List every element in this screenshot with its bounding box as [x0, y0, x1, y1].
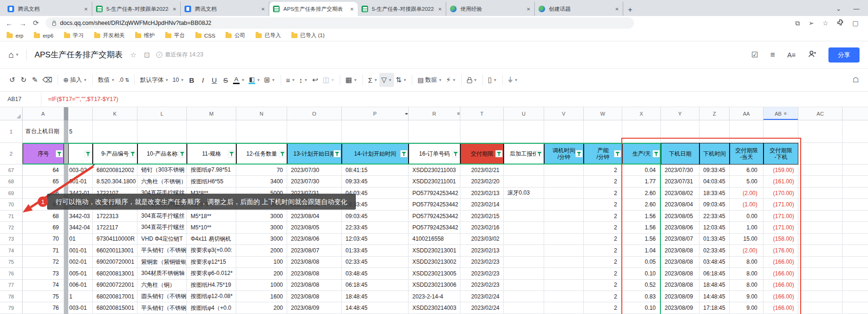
cell-O75[interactable]: 2023/08/08 [287, 257, 342, 268]
cell-L67[interactable]: 销钉（303不锈钢 [137, 165, 187, 176]
cell-R70[interactable]: PO577924253442 [409, 199, 460, 210]
cell-T1[interactable] [460, 120, 504, 143]
column-header-X[interactable]: X [622, 107, 661, 120]
cell-P76[interactable]: 03:48:45 [342, 268, 409, 279]
cell-AC69[interactable] [798, 188, 843, 199]
cell-Z72[interactable]: 12:03:45 [699, 222, 730, 233]
row-header-69[interactable]: 69 [0, 188, 23, 199]
number-format-button[interactable]: 数值▼ [96, 73, 117, 87]
cell-V73[interactable] [544, 234, 584, 245]
header-cell-W[interactable]: 产能 /分钟 [584, 143, 622, 165]
cell-A78[interactable]: 75 [23, 291, 64, 302]
cell-J73[interactable]: 01 [68, 234, 93, 245]
cell-AA1[interactable] [730, 120, 764, 143]
cell-AA70[interactable]: (1.00) [730, 199, 764, 210]
cell-Y68[interactable]: 2023/07/31 [661, 176, 699, 187]
cell-P79[interactable]: 14:48:45 [342, 302, 409, 314]
row-header-1[interactable]: 1 [0, 120, 23, 143]
cell-V70[interactable] [544, 199, 584, 210]
cell-W71[interactable]: 2 [584, 211, 622, 222]
header-cell-Z[interactable]: 下机时间 [699, 143, 730, 165]
automation-icon[interactable]: ⚡▼ [444, 73, 458, 87]
cell-AA73[interactable]: 15.00 [730, 234, 764, 245]
cell-Z73[interactable]: 01:33:45 [699, 234, 730, 245]
menu-icon[interactable]: ≡ [771, 50, 775, 60]
share-page-icon[interactable]: ➢ [808, 19, 814, 27]
cell-V67[interactable] [544, 165, 584, 176]
cell-Y76[interactable]: 2023/08/08 [661, 268, 699, 279]
cell-P73[interactable]: 12:03:45 [342, 234, 409, 245]
filter-button[interactable] [179, 150, 185, 157]
text-wrap-icon[interactable]: ↩ [310, 73, 321, 87]
approval-icon[interactable]: ☑ [751, 50, 758, 59]
cell-AB75[interactable]: (166.00) [764, 257, 798, 268]
cell-Y72[interactable]: 2023/08/06 [661, 222, 699, 233]
column-header-T[interactable]: T [460, 107, 504, 120]
sort-icon[interactable]: ⇅▼ [394, 73, 409, 87]
row-header-71[interactable]: 71 [0, 211, 23, 222]
header-cell-K[interactable]: 9-产品编号 [93, 143, 137, 165]
chart-icon[interactable]: ▦▼ [344, 73, 359, 87]
back-icon[interactable]: ← [6, 19, 13, 27]
cell-M1[interactable] [187, 120, 236, 143]
column-header-O[interactable]: O [287, 107, 342, 120]
cell-O1[interactable] [287, 120, 342, 143]
cell-W68[interactable]: 2 [584, 176, 622, 187]
home-caret-icon[interactable]: ▼ [15, 53, 19, 57]
add-collaborator-icon[interactable] [808, 50, 816, 60]
browser-tab[interactable]: 5-生产任务-对接跟单2022-11✕ [92, 2, 181, 16]
underline-icon[interactable]: U [209, 73, 220, 87]
browser-tab[interactable]: 5-生产任务-对接跟单2022-11✕ [358, 2, 446, 16]
cell-U69[interactable]: 滚牙0.03 [504, 188, 544, 199]
cell-Z74[interactable]: 02:33:45 [699, 245, 730, 256]
row-header-74[interactable]: 74 [0, 245, 23, 256]
cell-T77[interactable]: 2023/02/23 [460, 280, 504, 291]
cell-AB1[interactable] [764, 120, 798, 143]
cell-R1[interactable] [409, 120, 460, 143]
cell-X76[interactable]: 0.10 [622, 268, 661, 279]
bookmark-item[interactable]: 维护 [135, 32, 155, 39]
bookmark-item[interactable]: 已导入 (1) [291, 32, 325, 39]
plugin-icon[interactable]: ⏚▼ [506, 73, 520, 87]
redo-icon[interactable]: ↻ [18, 73, 29, 87]
cell-AA77[interactable]: 8.00 [730, 280, 764, 291]
move-to-folder-icon[interactable]: ⊡ [144, 51, 150, 59]
cell-O77[interactable]: 2023/08/08 [287, 280, 342, 291]
header-cell-A[interactable]: 序号 [23, 143, 64, 165]
cell-L77[interactable]: 六角柱（铜） [137, 280, 187, 291]
column-header-J[interactable] [68, 107, 93, 120]
column-header-AA[interactable]: AA [730, 107, 764, 120]
cell-R67[interactable]: XSDD230211003 [409, 165, 460, 176]
cell-W76[interactable]: 2 [584, 268, 622, 279]
cell-AA72[interactable]: 1.00 [730, 222, 764, 233]
tab-search-icon[interactable]: ⌄ [836, 5, 841, 12]
cell-AB77[interactable]: (166.00) [764, 280, 798, 291]
cell-X73[interactable]: 1.56 [622, 234, 661, 245]
cell-U78[interactable] [504, 291, 544, 302]
cell-U79[interactable] [504, 302, 544, 314]
cell-V79[interactable] [544, 302, 584, 314]
text-style-icon[interactable]: A≡ [787, 51, 796, 59]
cell-W74[interactable]: 2 [584, 245, 622, 256]
cell-P72[interactable]: 22:33:45 [342, 222, 409, 233]
cell-N1[interactable] [236, 120, 287, 143]
cell-K77[interactable]: 690200722001 [93, 280, 137, 291]
cell-U67[interactable] [504, 165, 544, 176]
formula-input[interactable]: =IF($T17="","",$T17-$Y17) [41, 96, 118, 102]
cell-J71[interactable]: 3442-03 [68, 211, 93, 222]
cell-W69[interactable]: 2 [584, 188, 622, 199]
cell-X74[interactable]: 1.04 [622, 245, 661, 256]
filter-button[interactable] [452, 150, 459, 157]
cell-O74[interactable]: 2023/08/07 [287, 245, 342, 256]
cell-P1[interactable] [342, 120, 409, 143]
tab-close-icon[interactable]: ✕ [261, 7, 265, 12]
cell-K75[interactable]: 690200720001 [93, 257, 137, 268]
filter-button[interactable] [576, 150, 582, 157]
column-header-A[interactable]: A [23, 107, 64, 120]
cell-K73[interactable]: 97304110000R [93, 234, 137, 245]
cell-Z76[interactable]: 06:18:45 [699, 268, 730, 279]
share-button[interactable]: 分享 [828, 47, 860, 63]
cell-U68[interactable] [504, 176, 544, 187]
column-header-P[interactable]: P◂▸ [342, 107, 409, 120]
cell-L1[interactable] [137, 120, 187, 143]
